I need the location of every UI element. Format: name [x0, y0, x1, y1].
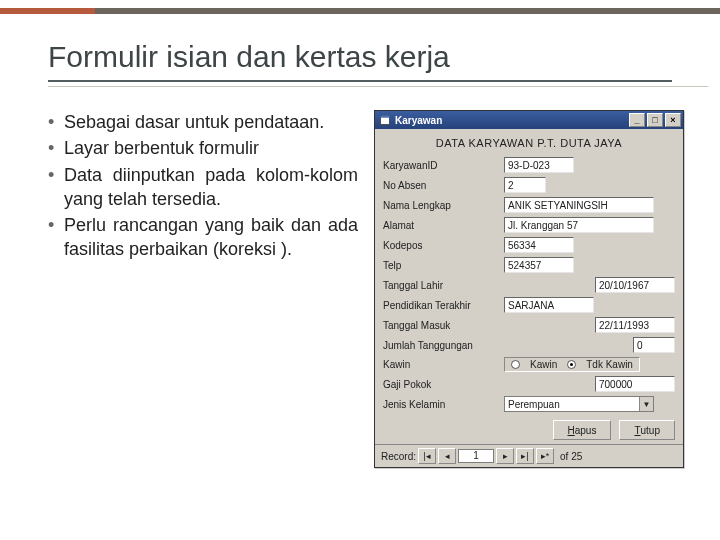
- title-rule: [48, 80, 672, 82]
- radio-kawin[interactable]: [511, 360, 520, 369]
- label-kodepos: Kodepos: [383, 240, 498, 251]
- minimize-button[interactable]: _: [629, 113, 645, 127]
- bullet-list: Sebagai dasar untuk pendataan. Layar ber…: [48, 110, 358, 468]
- hapus-button[interactable]: HHapusapus: [553, 420, 612, 440]
- label-lahir: Tanggal Lahir: [383, 280, 498, 291]
- field-pendidikan[interactable]: SARJANA: [504, 297, 594, 313]
- label-noabsen: No Absen: [383, 180, 498, 191]
- record-navigator: Record: |◂ ◂ 1 ▸ ▸| ▸* of 25: [375, 444, 683, 467]
- field-alamat[interactable]: Jl. Kranggan 57: [504, 217, 654, 233]
- label-pendidikan: Pendidikan Terakhir: [383, 300, 498, 311]
- nav-next-button[interactable]: ▸: [496, 448, 514, 464]
- label-telp: Telp: [383, 260, 498, 271]
- svg-rect-1: [381, 116, 390, 118]
- radio-kawin-label: Kawin: [530, 359, 557, 370]
- tutup-button[interactable]: TutupTutup: [619, 420, 675, 440]
- close-button[interactable]: ×: [665, 113, 681, 127]
- field-noabsen[interactable]: 2: [504, 177, 546, 193]
- label-kelamin: Jenis Kelamin: [383, 399, 498, 410]
- list-item: Data diinputkan pada kolom-kolom yang te…: [48, 163, 358, 212]
- form-window: Karyawan _ □ × DATA KARYAWAN P.T. DUTA J…: [374, 110, 684, 468]
- window-titlebar[interactable]: Karyawan _ □ ×: [375, 111, 683, 129]
- slide-title: Formulir isian dan kertas kerja: [48, 40, 450, 74]
- field-tanggungan[interactable]: 0: [633, 337, 675, 353]
- window-title: Karyawan: [395, 115, 442, 126]
- field-telp[interactable]: 524357: [504, 257, 574, 273]
- radio-tdk-label: Tdk Kawin: [586, 359, 633, 370]
- content-area: Sebagai dasar untuk pendataan. Layar ber…: [48, 110, 708, 468]
- field-kodepos[interactable]: 56334: [504, 237, 574, 253]
- field-gaji[interactable]: 700000: [595, 376, 675, 392]
- field-kelamin[interactable]: Perempuan ▼: [504, 396, 654, 412]
- title-rule-light: [48, 86, 708, 87]
- field-masuk[interactable]: 22/11/1993: [595, 317, 675, 333]
- nav-position[interactable]: 1: [458, 449, 494, 463]
- select-value: Perempuan: [505, 399, 639, 410]
- radio-tdk-kawin[interactable]: [567, 360, 576, 369]
- field-nama[interactable]: ANIK SETYANINGSIH: [504, 197, 654, 213]
- radio-kawin-group: Kawin Tdk Kawin: [504, 357, 640, 372]
- label-id: KaryawanID: [383, 160, 498, 171]
- nav-count: of 25: [560, 451, 582, 462]
- label-tanggungan: Jumlah Tanggungan: [383, 340, 498, 351]
- list-item: Sebagai dasar untuk pendataan.: [48, 110, 358, 134]
- form-heading: DATA KARYAWAN P.T. DUTA JAYA: [375, 129, 683, 155]
- nav-new-button[interactable]: ▸*: [536, 448, 554, 464]
- label-alamat: Alamat: [383, 220, 498, 231]
- label-masuk: Tanggal Masuk: [383, 320, 498, 331]
- form-icon: [379, 114, 391, 126]
- label-gaji: Gaji Pokok: [383, 379, 498, 390]
- label-nama: Nama Lengkap: [383, 200, 498, 211]
- nav-last-button[interactable]: ▸|: [516, 448, 534, 464]
- field-id[interactable]: 93-D-023: [504, 157, 574, 173]
- nav-first-button[interactable]: |◂: [418, 448, 436, 464]
- label-kawin: Kawin: [383, 359, 498, 370]
- chevron-down-icon: ▼: [639, 397, 653, 411]
- list-item: Layar berbentuk formulir: [48, 136, 358, 160]
- nav-prev-button[interactable]: ◂: [438, 448, 456, 464]
- maximize-button[interactable]: □: [647, 113, 663, 127]
- slide-top-stripe: [0, 8, 720, 14]
- list-item: Perlu rancangan yang baik dan ada fasili…: [48, 213, 358, 262]
- field-lahir[interactable]: 20/10/1967: [595, 277, 675, 293]
- nav-label: Record:: [381, 451, 416, 462]
